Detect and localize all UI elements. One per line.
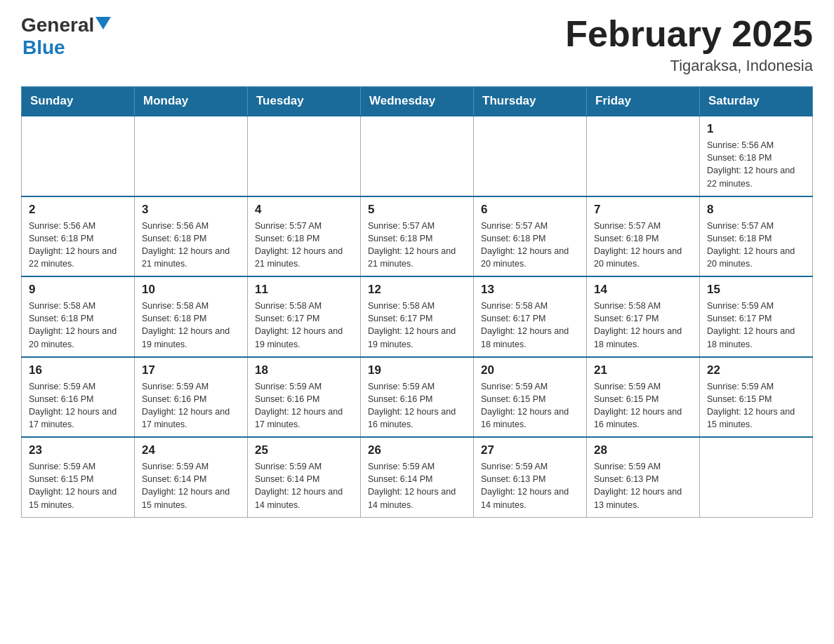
- calendar-cell: [700, 437, 813, 517]
- day-info: Sunrise: 5:58 AM Sunset: 6:18 PM Dayligh…: [142, 300, 240, 351]
- day-number: 28: [594, 443, 692, 457]
- calendar-cell: 13Sunrise: 5:58 AM Sunset: 6:17 PM Dayli…: [474, 276, 587, 357]
- day-info: Sunrise: 5:59 AM Sunset: 6:14 PM Dayligh…: [368, 460, 466, 511]
- day-info: Sunrise: 5:58 AM Sunset: 6:18 PM Dayligh…: [29, 300, 127, 351]
- calendar-cell: 27Sunrise: 5:59 AM Sunset: 6:13 PM Dayli…: [474, 437, 587, 517]
- day-number: 21: [594, 363, 692, 377]
- day-info: Sunrise: 5:58 AM Sunset: 6:17 PM Dayligh…: [594, 300, 692, 351]
- day-number: 20: [481, 363, 579, 377]
- weekday-header-sunday: Sunday: [22, 87, 135, 116]
- day-number: 25: [255, 443, 353, 457]
- day-number: 3: [142, 203, 240, 217]
- week-row-2: 2Sunrise: 5:56 AM Sunset: 6:18 PM Daylig…: [22, 196, 813, 277]
- day-info: Sunrise: 5:58 AM Sunset: 6:17 PM Dayligh…: [368, 300, 466, 351]
- calendar-cell: 21Sunrise: 5:59 AM Sunset: 6:15 PM Dayli…: [587, 357, 700, 438]
- day-info: Sunrise: 5:59 AM Sunset: 6:13 PM Dayligh…: [594, 460, 692, 511]
- calendar-cell: 22Sunrise: 5:59 AM Sunset: 6:15 PM Dayli…: [700, 357, 813, 438]
- day-info: Sunrise: 5:59 AM Sunset: 6:15 PM Dayligh…: [481, 380, 579, 431]
- logo-blue-text: Blue: [22, 36, 111, 59]
- calendar-cell: [474, 116, 587, 196]
- day-number: 26: [368, 443, 466, 457]
- day-info: Sunrise: 5:58 AM Sunset: 6:17 PM Dayligh…: [255, 300, 353, 351]
- week-row-1: 1Sunrise: 5:56 AM Sunset: 6:18 PM Daylig…: [22, 116, 813, 196]
- calendar-cell: 28Sunrise: 5:59 AM Sunset: 6:13 PM Dayli…: [587, 437, 700, 517]
- day-number: 9: [29, 283, 127, 297]
- day-info: Sunrise: 5:59 AM Sunset: 6:15 PM Dayligh…: [29, 460, 127, 511]
- calendar-cell: [135, 116, 248, 196]
- calendar-cell: 7Sunrise: 5:57 AM Sunset: 6:18 PM Daylig…: [587, 196, 700, 277]
- day-number: 8: [707, 203, 805, 217]
- day-info: Sunrise: 5:57 AM Sunset: 6:18 PM Dayligh…: [707, 220, 805, 271]
- day-number: 11: [255, 283, 353, 297]
- day-info: Sunrise: 5:59 AM Sunset: 6:15 PM Dayligh…: [707, 380, 805, 431]
- day-info: Sunrise: 5:59 AM Sunset: 6:17 PM Dayligh…: [707, 300, 805, 351]
- day-info: Sunrise: 5:57 AM Sunset: 6:18 PM Dayligh…: [368, 220, 466, 271]
- day-number: 19: [368, 363, 466, 377]
- logo: General Blue: [21, 14, 111, 59]
- day-info: Sunrise: 5:59 AM Sunset: 6:15 PM Dayligh…: [594, 380, 692, 431]
- week-row-3: 9Sunrise: 5:58 AM Sunset: 6:18 PM Daylig…: [22, 276, 813, 357]
- week-row-5: 23Sunrise: 5:59 AM Sunset: 6:15 PM Dayli…: [22, 437, 813, 517]
- day-number: 27: [481, 443, 579, 457]
- week-row-4: 16Sunrise: 5:59 AM Sunset: 6:16 PM Dayli…: [22, 357, 813, 438]
- calendar-cell: 6Sunrise: 5:57 AM Sunset: 6:18 PM Daylig…: [474, 196, 587, 277]
- calendar-cell: 25Sunrise: 5:59 AM Sunset: 6:14 PM Dayli…: [248, 437, 361, 517]
- weekday-header-monday: Monday: [135, 87, 248, 116]
- day-info: Sunrise: 5:59 AM Sunset: 6:16 PM Dayligh…: [255, 380, 353, 431]
- calendar-cell: [22, 116, 135, 196]
- day-info: Sunrise: 5:56 AM Sunset: 6:18 PM Dayligh…: [707, 139, 805, 190]
- weekday-header-thursday: Thursday: [474, 87, 587, 116]
- weekday-header-friday: Friday: [587, 87, 700, 116]
- calendar-title: February 2025: [565, 14, 813, 54]
- title-block: February 2025 Tigaraksa, Indonesia: [565, 14, 813, 75]
- calendar-cell: 20Sunrise: 5:59 AM Sunset: 6:15 PM Dayli…: [474, 357, 587, 438]
- calendar-cell: 17Sunrise: 5:59 AM Sunset: 6:16 PM Dayli…: [135, 357, 248, 438]
- day-number: 22: [707, 363, 805, 377]
- calendar-cell: 23Sunrise: 5:59 AM Sunset: 6:15 PM Dayli…: [22, 437, 135, 517]
- calendar-cell: 2Sunrise: 5:56 AM Sunset: 6:18 PM Daylig…: [22, 196, 135, 277]
- day-number: 18: [255, 363, 353, 377]
- calendar-cell: 14Sunrise: 5:58 AM Sunset: 6:17 PM Dayli…: [587, 276, 700, 357]
- day-number: 15: [707, 283, 805, 297]
- day-info: Sunrise: 5:59 AM Sunset: 6:14 PM Dayligh…: [142, 460, 240, 511]
- calendar-cell: [248, 116, 361, 196]
- calendar-cell: 8Sunrise: 5:57 AM Sunset: 6:18 PM Daylig…: [700, 196, 813, 277]
- day-info: Sunrise: 5:58 AM Sunset: 6:17 PM Dayligh…: [481, 300, 579, 351]
- calendar-cell: 1Sunrise: 5:56 AM Sunset: 6:18 PM Daylig…: [700, 116, 813, 196]
- day-number: 13: [481, 283, 579, 297]
- calendar-cell: [587, 116, 700, 196]
- calendar-cell: 26Sunrise: 5:59 AM Sunset: 6:14 PM Dayli…: [361, 437, 474, 517]
- day-info: Sunrise: 5:57 AM Sunset: 6:18 PM Dayligh…: [594, 220, 692, 271]
- day-number: 10: [142, 283, 240, 297]
- page-header: General Blue February 2025 Tigaraksa, In…: [21, 14, 813, 75]
- day-number: 6: [481, 203, 579, 217]
- calendar-cell: 10Sunrise: 5:58 AM Sunset: 6:18 PM Dayli…: [135, 276, 248, 357]
- day-number: 23: [29, 443, 127, 457]
- calendar-cell: 9Sunrise: 5:58 AM Sunset: 6:18 PM Daylig…: [22, 276, 135, 357]
- svg-marker-0: [95, 17, 111, 29]
- day-number: 17: [142, 363, 240, 377]
- calendar-cell: 19Sunrise: 5:59 AM Sunset: 6:16 PM Dayli…: [361, 357, 474, 438]
- day-number: 7: [594, 203, 692, 217]
- day-info: Sunrise: 5:59 AM Sunset: 6:16 PM Dayligh…: [142, 380, 240, 431]
- logo-arrow-icon: [95, 17, 111, 32]
- day-info: Sunrise: 5:59 AM Sunset: 6:13 PM Dayligh…: [481, 460, 579, 511]
- day-info: Sunrise: 5:59 AM Sunset: 6:16 PM Dayligh…: [368, 380, 466, 431]
- weekday-header-saturday: Saturday: [700, 87, 813, 116]
- calendar-cell: 11Sunrise: 5:58 AM Sunset: 6:17 PM Dayli…: [248, 276, 361, 357]
- day-info: Sunrise: 5:56 AM Sunset: 6:18 PM Dayligh…: [142, 220, 240, 271]
- calendar-cell: 5Sunrise: 5:57 AM Sunset: 6:18 PM Daylig…: [361, 196, 474, 277]
- day-number: 1: [707, 122, 805, 136]
- weekday-header-row: SundayMondayTuesdayWednesdayThursdayFrid…: [22, 87, 813, 116]
- calendar-cell: 18Sunrise: 5:59 AM Sunset: 6:16 PM Dayli…: [248, 357, 361, 438]
- day-info: Sunrise: 5:57 AM Sunset: 6:18 PM Dayligh…: [255, 220, 353, 271]
- calendar-cell: 24Sunrise: 5:59 AM Sunset: 6:14 PM Dayli…: [135, 437, 248, 517]
- day-number: 24: [142, 443, 240, 457]
- day-info: Sunrise: 5:56 AM Sunset: 6:18 PM Dayligh…: [29, 220, 127, 271]
- day-number: 2: [29, 203, 127, 217]
- day-info: Sunrise: 5:59 AM Sunset: 6:14 PM Dayligh…: [255, 460, 353, 511]
- calendar-location: Tigaraksa, Indonesia: [565, 57, 813, 75]
- weekday-header-wednesday: Wednesday: [361, 87, 474, 116]
- logo-general-text: General: [21, 14, 94, 36]
- calendar-cell: 3Sunrise: 5:56 AM Sunset: 6:18 PM Daylig…: [135, 196, 248, 277]
